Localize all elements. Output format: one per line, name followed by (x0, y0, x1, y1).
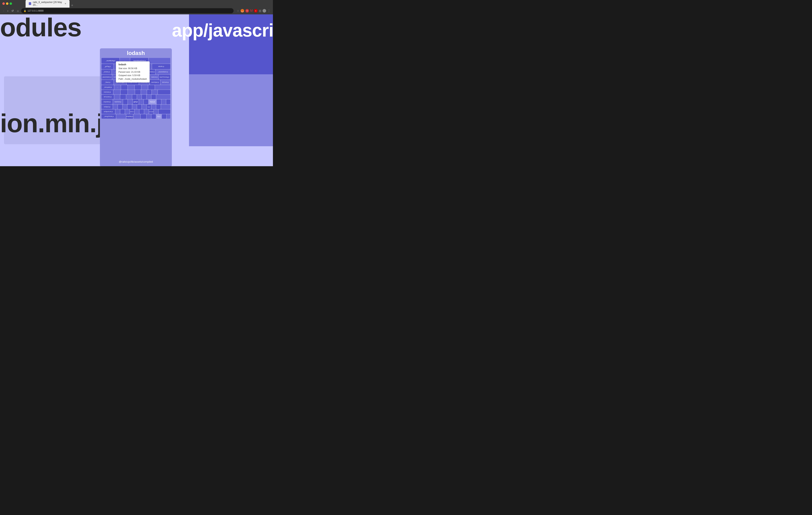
grid-icon[interactable]: ⊞ (259, 9, 261, 13)
treemap-cell-sm11[interactable] (152, 90, 157, 94)
treemap-cell-sm12[interactable] (158, 90, 170, 94)
treemap-cell-r10f[interactable] (137, 105, 142, 109)
treemap-cell-sm5[interactable] (148, 85, 155, 90)
treemap-cell-r9e[interactable] (166, 99, 170, 104)
treemap-cell-r11g[interactable] (158, 110, 170, 114)
treemap-cell-r12c[interactable] (147, 114, 151, 119)
treemap-cell-baseTrimming[interactable]: baseTrimming.js (158, 75, 170, 80)
treemap-cell-r9d[interactable] (162, 99, 166, 104)
refresh-button[interactable]: ↺ (10, 9, 14, 13)
treemap-cell-flag[interactable]: flag.js (156, 114, 162, 119)
minimize-button[interactable] (6, 2, 8, 5)
maximize-button[interactable] (9, 2, 12, 5)
treemap-cell-getTag[interactable]: _getTag.js (102, 64, 114, 69)
treemap-cell-r12f[interactable] (167, 114, 170, 119)
treemap-cell-r10b[interactable] (118, 105, 122, 109)
treemap-cell-r11d[interactable] (135, 110, 139, 114)
treemap-cell-keys[interactable]: keys.js (149, 99, 156, 104)
treemap-cell-hashGet[interactable]: hashGet.js (113, 99, 123, 104)
back-button[interactable]: ‹ (2, 9, 5, 13)
treemap-cell-sm2[interactable] (128, 85, 134, 90)
treemap-cell-sm6[interactable] (155, 85, 170, 90)
tab-title: rails_6_webpacker [26 May 20... (33, 1, 63, 6)
treemap-cell-r11a[interactable] (115, 110, 120, 114)
treemap-cell-r8b[interactable] (120, 95, 126, 99)
treemap-cell-stackList[interactable]: stackList.js (151, 75, 158, 80)
treemap-cell-r8c[interactable] (126, 95, 132, 99)
treemap-cell-r10i[interactable] (156, 105, 161, 109)
treemap-cell-r12e[interactable] (162, 114, 166, 119)
treemap-cell-memoize[interactable]: memoize.js (102, 90, 113, 94)
treemap-cell-arrayMap[interactable]: arrayMap.js (126, 114, 133, 119)
user-avatar[interactable] (263, 9, 266, 12)
tab-close-icon[interactable]: ✕ (64, 2, 66, 5)
treemap-cell-r9b[interactable] (128, 99, 132, 104)
treemap-cell-r9c[interactable] (157, 99, 161, 104)
new-tab-button[interactable]: + (71, 3, 73, 8)
treemap-cell-sm7[interactable] (121, 90, 127, 94)
treemap-cell-isKeyable[interactable]: _isKeyable.js (102, 85, 114, 90)
treemap-cell-r10g[interactable] (142, 105, 146, 109)
treemap-cell-hashSet[interactable] (114, 90, 120, 94)
treemap-cell-r8i[interactable] (156, 95, 170, 99)
treemap-cell-baseIsMatch[interactable]: _baseIsMatch.js (156, 69, 170, 74)
treemap-cell-r8h[interactable] (151, 95, 156, 99)
close-button[interactable] (2, 2, 5, 5)
treemap-cell-r8f[interactable] (142, 95, 146, 99)
treemap-cell-r8e[interactable] (137, 95, 142, 99)
treemap-cell-addition[interactable]: addition.js (130, 110, 134, 114)
address-field[interactable]: 🔒 127.0.0.1:8888 (21, 8, 234, 13)
treemap-cell-r10j[interactable] (161, 105, 170, 109)
treemap-cell-r8a[interactable] (114, 95, 120, 99)
rails-ujs-section[interactable]: @rails/ujs/lib/assets/compiled (100, 157, 172, 166)
treemap-cell-r8g[interactable] (147, 95, 151, 99)
treemap-cell-extra1[interactable] (149, 58, 170, 63)
treemap-cell-eq[interactable]: eq.js (147, 105, 151, 109)
treemap-cell-r8d[interactable] (132, 95, 137, 99)
treemap-cell-r11b[interactable] (120, 110, 125, 114)
treemap-cell-baseMatchesProperty[interactable] (116, 114, 126, 119)
treemap-cell-r10e[interactable] (132, 105, 137, 109)
treemap-cell-stack[interactable]: _Stack.js (102, 80, 114, 85)
treemap-cell-isBuffer[interactable]: isBuffer.js (152, 64, 170, 69)
treemap-cell-r11f[interactable] (144, 110, 149, 114)
treemap-cell-r9a[interactable] (123, 99, 127, 104)
treemap-cell-r10h[interactable] (151, 105, 156, 109)
treemap-cell-isSymbol[interactable]: isSymbol.js (102, 99, 113, 104)
treemap-cell-sm8[interactable] (128, 90, 135, 94)
treemap-cell-sm3[interactable] (135, 85, 141, 90)
treemap-cell-r12b[interactable] (141, 114, 146, 119)
treemap-cell-dot1[interactable]: ... (114, 85, 121, 90)
treemap-cell-r10a[interactable] (113, 105, 117, 109)
treemap-cell-dots1[interactable]: ... (147, 90, 151, 94)
treemap-cell-isObjectLike[interactable]: isObjectLike.js (102, 110, 115, 114)
treemap-cell-stringToPath[interactable]: _stringToPath.js (102, 114, 116, 119)
treemap-cell-get[interactable]: get.js (133, 99, 139, 104)
treemap-cell-sm10[interactable] (141, 90, 147, 94)
treemap-cell-r11e[interactable] (140, 110, 144, 114)
treemap-cell-isFunction[interactable]: isFunction.js (102, 95, 114, 99)
treemap-cell-dots3[interactable]: ... (144, 99, 148, 104)
treemap-cell-sm9[interactable] (135, 90, 141, 94)
treemap-cell-atlength[interactable]: at.length (149, 110, 153, 114)
treemap-cell-baseIsNative[interactable]: _baseIsNative.js (102, 75, 112, 80)
treemap-cell-listCache2[interactable]: listCache.js (161, 80, 170, 85)
forward-button[interactable]: › (7, 9, 9, 13)
treemap-cell-r10d[interactable] (127, 105, 132, 109)
treemap-cell-r11c[interactable] (125, 110, 129, 114)
treemap-cell-sm1[interactable] (121, 85, 127, 90)
treemap-cell-isObject[interactable]: isObject.js (102, 105, 113, 109)
home-button[interactable]: ⌂ (16, 9, 19, 13)
treemap-cell-dots4[interactable]: ... (154, 110, 158, 114)
treemap-cell-dots2[interactable]: ... (139, 99, 143, 104)
treemap-cell-isIndex[interactable]: _isIndex.js (102, 69, 112, 74)
menu-icon[interactable]: ⋮ (267, 9, 270, 13)
treemap-cell-r10c[interactable] (123, 105, 127, 109)
treemap-cell-r12a[interactable] (134, 114, 140, 119)
browser-tab[interactable]: rails_6_webpacker [26 May 20... ✕ (26, 0, 69, 8)
treemap-cell-r12d[interactable] (151, 114, 156, 119)
bookmark-icon[interactable]: ☆ (237, 9, 239, 12)
address-bar-row: ‹ › ↺ ⌂ 🔒 127.0.0.1:8888 ☆ 🦊 S M A ⊞ ⋮ (0, 7, 273, 14)
treemap-cell-caseHelper[interactable]: caseHelper.js (150, 80, 160, 85)
treemap-cell-sm4[interactable] (142, 85, 148, 90)
